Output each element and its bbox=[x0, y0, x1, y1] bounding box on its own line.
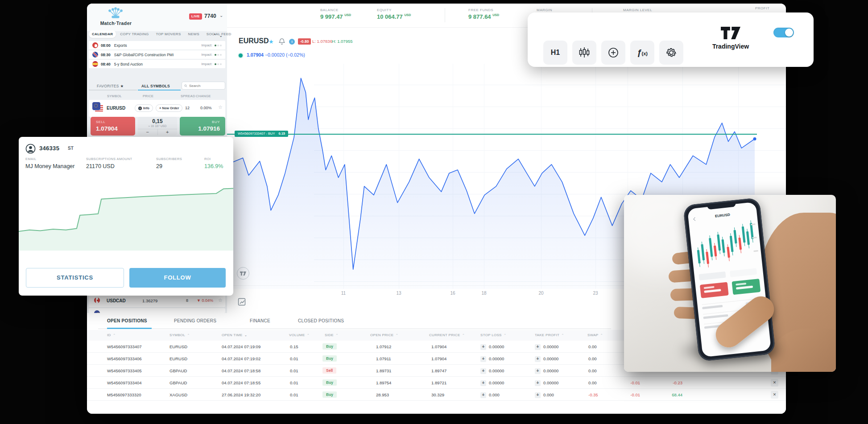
edit-stop-loss-icon[interactable]: + bbox=[480, 392, 486, 398]
chart-favorite-star-icon[interactable]: ★ bbox=[269, 38, 274, 45]
active-tab-underline bbox=[107, 328, 152, 329]
sidebar-nav-tab-copy-trading[interactable]: COPY TRADING bbox=[117, 30, 152, 38]
buy-button[interactable]: BUY 1.07916 bbox=[180, 117, 225, 136]
edit-stop-loss-icon[interactable]: + bbox=[480, 368, 486, 374]
sidebar-nav-tab-news[interactable]: NEWS bbox=[185, 30, 203, 38]
impact-label: Impact: bbox=[201, 43, 212, 47]
symbol-search[interactable] bbox=[182, 82, 225, 90]
new-order-button[interactable]: + New Order bbox=[156, 104, 182, 112]
edit-take-profit-icon[interactable]: + bbox=[535, 368, 541, 374]
cell-take-profit[interactable]: +0.00000 bbox=[535, 380, 558, 386]
column-header-stop-loss[interactable]: STOP LOSS ⌃ bbox=[480, 333, 506, 337]
tab-all-symbols[interactable]: ALL SYMBOLS bbox=[141, 84, 170, 88]
symbol-row-eurusd[interactable]: EURUSD i Info + New Order 12 0.00% ☆ bbox=[89, 100, 225, 117]
info-button[interactable]: i Info bbox=[135, 104, 153, 112]
positions-tab-finance[interactable]: FINANCE bbox=[250, 318, 270, 323]
sell-button[interactable]: SELL 1.07904 bbox=[91, 117, 135, 136]
mini-candle-body bbox=[727, 247, 730, 258]
column-header-symbol[interactable]: SYMBOL ⌃ bbox=[169, 333, 190, 337]
account-chevron-down-icon[interactable]: ⌄ bbox=[219, 13, 223, 18]
table-row[interactable]: W5456097333404GBPAUD04.07.2024 07:18:550… bbox=[87, 377, 786, 389]
positions-tab-open-positions[interactable]: OPEN POSITIONS bbox=[107, 318, 147, 323]
trader-badge: ST bbox=[68, 146, 74, 151]
calendar-event[interactable]: 08:00ExportsImpact: bbox=[89, 41, 225, 49]
table-row[interactable]: M5456097333320XAGUSD27.06.2024 19:32:200… bbox=[87, 389, 786, 401]
column-header-open-price[interactable]: OPEN PRICE ⌃ bbox=[370, 333, 398, 337]
calendar-event[interactable]: 08:30S&P Global/CIPS Construction PMIImp… bbox=[89, 50, 225, 59]
cell-stop-loss[interactable]: +0.00000 bbox=[480, 380, 504, 386]
cell-take-profit[interactable]: +0.00000 bbox=[535, 344, 558, 350]
column-header-swap[interactable]: SWAP ⌃ bbox=[587, 333, 603, 337]
mini-candle-body bbox=[701, 244, 705, 260]
symbol-spread: 12 bbox=[185, 106, 190, 110]
positions-tab-closed-positions[interactable]: CLOSED POSITIONS bbox=[298, 318, 344, 323]
cell-stop-loss[interactable]: +0.00000 bbox=[480, 368, 504, 374]
edit-take-profit-icon[interactable]: + bbox=[535, 392, 541, 398]
impact-dot bbox=[220, 54, 222, 56]
cell-stop-loss[interactable]: +0.00000 bbox=[480, 356, 504, 362]
settings-button[interactable] bbox=[659, 41, 683, 65]
cell-stop-loss[interactable]: +0.00000 bbox=[480, 344, 504, 350]
scroll-up-icon[interactable]: ⌃ bbox=[213, 33, 216, 38]
tab-favorites[interactable]: FAVORITES ★ bbox=[97, 84, 124, 88]
symbol-row-usdcad[interactable]: USDCAD 1.36279 8 ▼ 0.04% ☆ bbox=[89, 294, 225, 307]
scroll-down-icon[interactable]: ⌄ bbox=[219, 33, 223, 38]
column-header-current-price[interactable]: CURRENT PRICE ⌃ bbox=[429, 333, 465, 337]
column-header-id[interactable]: ID ⌃ bbox=[107, 333, 116, 337]
edit-stop-loss-icon[interactable]: + bbox=[480, 356, 486, 362]
column-header-volume[interactable]: VOLUME ⌃ bbox=[289, 333, 310, 337]
cell-take-profit[interactable]: +0.00000 bbox=[535, 356, 558, 362]
chart-tool-icon[interactable] bbox=[238, 298, 246, 306]
functions-button[interactable]: ƒ(x) bbox=[630, 41, 654, 65]
symbol-info-icon[interactable]: i bbox=[289, 39, 295, 45]
topbar-stat-balance: BALANCE9 997.47 USD bbox=[320, 8, 351, 20]
edit-stop-loss-icon[interactable]: + bbox=[480, 380, 486, 386]
cell-stop-loss[interactable]: +0.000 bbox=[480, 392, 500, 398]
sidebar-nav-tab-top-movers[interactable]: TOP MOVERS bbox=[153, 30, 184, 38]
impact-dot bbox=[217, 63, 219, 65]
search-input[interactable] bbox=[189, 84, 223, 88]
trader-stat-subscribers: SUBSCRIBERS29 bbox=[156, 157, 182, 169]
chart-type-candles-button[interactable] bbox=[572, 41, 596, 65]
statistics-button[interactable]: STATISTICS bbox=[26, 268, 124, 288]
x-axis-label: 23 bbox=[593, 291, 598, 296]
favorite-star-icon[interactable]: ☆ bbox=[218, 104, 223, 110]
cell-take-profit[interactable]: +0.000 bbox=[535, 392, 554, 398]
edit-take-profit-icon[interactable]: + bbox=[535, 380, 541, 386]
gb-flag-icon bbox=[92, 52, 98, 58]
volume-minus-button[interactable]: − bbox=[138, 129, 158, 135]
volume-stepper[interactable]: 0,15 ≈ 16 187 USD − + bbox=[138, 117, 177, 136]
mini-candle-body bbox=[697, 250, 701, 263]
stream-status-icon bbox=[239, 54, 243, 58]
mini-candle-body bbox=[714, 246, 717, 256]
tradingview-watermark-icon bbox=[237, 267, 249, 280]
edit-take-profit-icon[interactable]: + bbox=[535, 344, 541, 350]
follow-button[interactable]: FOLLOW bbox=[129, 268, 226, 288]
volume-plus-button[interactable]: + bbox=[158, 129, 178, 135]
mini-candle-body bbox=[730, 236, 734, 252]
calendar-event[interactable]: 08:405-y Bond AuctionImpact: bbox=[89, 60, 225, 68]
account-number[interactable]: 7740 bbox=[204, 13, 216, 19]
stat-label: ROI bbox=[204, 157, 223, 161]
edit-stop-loss-icon[interactable]: + bbox=[480, 344, 486, 350]
column-header-take-profit[interactable]: TAKE PROFIT ⌃ bbox=[535, 333, 564, 337]
tradingview-toggle[interactable] bbox=[773, 28, 794, 37]
column-header-open-time[interactable]: OPEN TIME ⌄ bbox=[222, 333, 247, 337]
favorite-star-icon[interactable]: ☆ bbox=[218, 297, 223, 303]
last-price-row: 1.07904 −0.00020 (−0.02%) bbox=[247, 52, 305, 58]
timeframe-button[interactable]: H1 bbox=[543, 41, 567, 65]
mini-candle-body bbox=[733, 230, 737, 243]
column-header-side[interactable]: SIDE ⌃ bbox=[325, 333, 339, 337]
cell-commission: -0.01 bbox=[620, 380, 640, 385]
position-line-tag[interactable]: W5456097333407 - BUY0.15 bbox=[235, 131, 288, 137]
close-position-button[interactable]: ✕ bbox=[771, 391, 778, 399]
live-badge: LIVE bbox=[189, 13, 202, 20]
close-position-button[interactable]: ✕ bbox=[771, 379, 778, 387]
mini-candle-body bbox=[738, 238, 742, 250]
positions-tab-pending-orders[interactable]: PENDING ORDERS bbox=[174, 318, 216, 323]
cell-take-profit[interactable]: +0.00000 bbox=[535, 368, 558, 374]
edit-take-profit-icon[interactable]: + bbox=[535, 356, 541, 362]
alert-bell-icon[interactable] bbox=[279, 38, 285, 45]
add-indicator-button[interactable] bbox=[601, 41, 625, 65]
sidebar-nav-tab-calendar[interactable]: CALENDAR bbox=[89, 30, 116, 38]
